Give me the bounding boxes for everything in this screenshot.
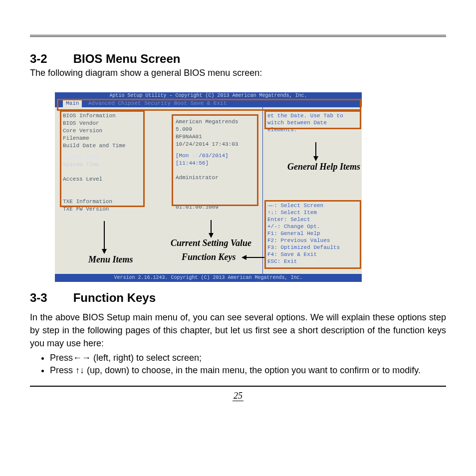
val-txe-fw: 01.01.00.1089	[176, 204, 255, 211]
bios-values-column: American Megatrends 5.009 BF9NAA01 10/24…	[176, 118, 255, 211]
key-enter: Enter: Select	[267, 216, 358, 223]
section-3-3-paragraph: In the above BIOS Setup main menu of, yo…	[30, 311, 446, 350]
list-item: Press←→ (left, right) to select screen;	[50, 353, 446, 363]
val-filename: BF9NAA01	[176, 133, 255, 141]
val-core: 5.009	[176, 126, 255, 133]
section-3-3-heading: 3-3 Function Keys	[30, 291, 446, 305]
label-function-keys: Function Keys	[182, 252, 236, 262]
val-time[interactable]: [11:44:56]	[176, 160, 255, 167]
help-line-2: witch between Date elements.	[267, 119, 358, 133]
section-3-2-lead: The following diagram show a general BIO…	[30, 68, 446, 78]
bios-title-bar: Aptio Setup Utility – Copyright (C) 2013…	[55, 92, 362, 99]
key-esc: ESC: Exit	[267, 258, 358, 265]
label-current-value: Current Setting Value	[171, 238, 251, 248]
section-number: 3-2	[30, 52, 70, 66]
label-menu-items: Menu Items	[88, 254, 133, 265]
section-title-33: Function Keys	[73, 291, 156, 304]
section-number-33: 3-3	[30, 291, 70, 305]
page-number-value: 25	[233, 391, 243, 401]
section-3-2-heading: 3-2 BIOS Menu Screen	[30, 52, 446, 66]
tab-main[interactable]: Main	[63, 99, 82, 107]
val-build: 10/24/2014 17:43:03	[176, 141, 255, 148]
key-select-item: ↑↓: Select Item	[267, 209, 358, 216]
label-general-help: General Help Items	[287, 162, 360, 172]
key-f4: F4: Save & Exit	[267, 251, 358, 258]
page-number: 25	[30, 391, 446, 401]
section-title: BIOS Menu Screen	[73, 52, 181, 65]
function-key-list: Press←→ (left, right) to select screen; …	[30, 353, 446, 376]
row-system-time[interactable]: System Time	[63, 161, 143, 169]
row-system-date[interactable]: System Date	[63, 154, 143, 161]
bios-body: BIOS Information BIOS Vendor Core Versio…	[55, 107, 362, 274]
divider	[262, 107, 263, 274]
list-item: Press ↑↓ (up, down) to choose, in the ma…	[50, 365, 446, 376]
val-access: Administrator	[176, 174, 255, 182]
bios-left-column: BIOS Information BIOS Vendor Core Versio…	[63, 112, 143, 213]
key-f2: F2: Previous Values	[267, 237, 358, 244]
row-build-date: Build Date and Time	[63, 142, 143, 150]
row-access-level: Access Level	[63, 176, 143, 183]
key-change: +/-: Change Opt.	[267, 223, 358, 230]
key-select-screen: →←: Select Screen	[267, 202, 358, 209]
key-f3: F3: Optimized Defaults	[267, 244, 358, 251]
bios-diagram: Menu Bar Aptio Setup Utility – Copyright…	[55, 92, 369, 282]
bios-help-text: et the Date. Use Tab to witch between Da…	[267, 112, 358, 133]
row-bios-vendor: BIOS Vendor	[63, 120, 143, 127]
row-txe-fw: TXE FW Version	[63, 206, 143, 213]
bios-menu-bar[interactable]: Main Advanced Chipset Security Boot Save…	[55, 99, 362, 107]
row-txe-info: TXE Information	[63, 198, 143, 206]
bios-footer: Version 2.16.1243. Copyright (C) 2013 Am…	[55, 274, 362, 282]
val-vendor: American Megatrends	[176, 118, 255, 126]
bios-function-keys: →←: Select Screen ↑↓: Select Item Enter:…	[267, 202, 358, 265]
val-date-a: [Mon	[176, 153, 192, 159]
row-bios-info: BIOS Information	[63, 112, 143, 120]
row-filename: Filename	[63, 135, 143, 142]
key-f1: F1: General Help	[267, 230, 358, 237]
top-rule	[30, 35, 446, 37]
tab-rest[interactable]: Advanced Chipset Security Boot Save & Ex…	[85, 99, 230, 107]
bottom-rule	[30, 386, 446, 387]
row-core-version: Core Version	[63, 127, 143, 135]
val-date-b: 11	[192, 153, 199, 159]
help-line-1: et the Date. Use Tab to	[267, 112, 358, 119]
val-date[interactable]: [Mon 11/03/2014]	[176, 152, 255, 160]
val-date-c: /03/2014]	[199, 153, 228, 159]
